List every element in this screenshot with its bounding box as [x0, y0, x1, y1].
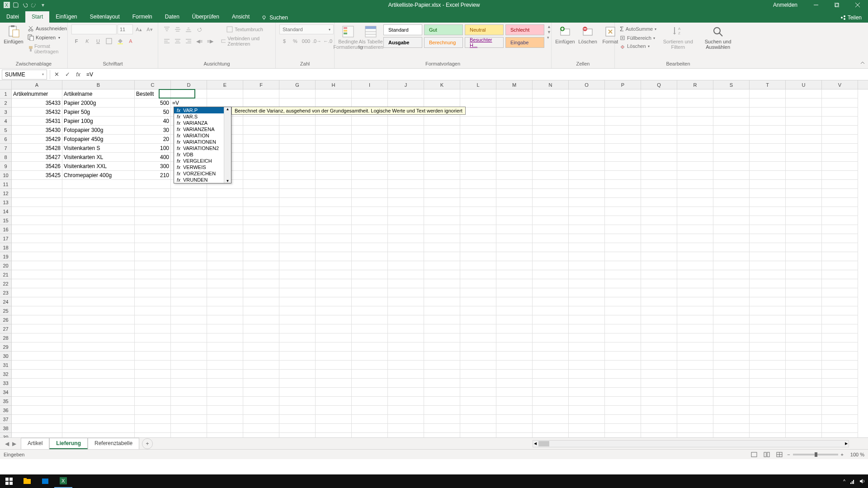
- cell[interactable]: [533, 153, 569, 162]
- cell[interactable]: [388, 343, 424, 352]
- cell[interactable]: [786, 388, 822, 397]
- cell[interactable]: [12, 207, 62, 216]
- cell[interactable]: [641, 216, 677, 225]
- cell[interactable]: [207, 424, 243, 433]
- cell[interactable]: [822, 189, 858, 198]
- row-headers[interactable]: 1234567891011121314151617181920212223242…: [0, 89, 12, 437]
- cell[interactable]: [533, 225, 569, 234]
- cell[interactable]: [171, 379, 207, 388]
- cell[interactable]: [641, 397, 677, 406]
- cell[interactable]: [460, 379, 496, 388]
- cell[interactable]: [352, 397, 388, 406]
- cell[interactable]: [352, 252, 388, 261]
- formula-input[interactable]: [84, 70, 868, 80]
- cell[interactable]: [786, 415, 822, 424]
- cell[interactable]: [677, 261, 713, 270]
- cell[interactable]: [496, 406, 533, 415]
- cell[interactable]: [243, 424, 279, 433]
- cell[interactable]: [533, 108, 569, 117]
- cell[interactable]: [641, 171, 677, 180]
- cell[interactable]: [713, 180, 750, 189]
- cell[interactable]: [279, 135, 316, 144]
- cell[interactable]: [750, 198, 786, 207]
- cell[interactable]: [316, 361, 352, 370]
- cell[interactable]: [605, 297, 641, 306]
- cell[interactable]: [243, 297, 279, 306]
- cell[interactable]: [713, 333, 750, 343]
- cell[interactable]: [496, 279, 533, 288]
- cell[interactable]: [786, 180, 822, 189]
- cell[interactable]: [62, 189, 135, 198]
- column-header[interactable]: V: [822, 80, 858, 89]
- cell[interactable]: [533, 361, 569, 370]
- cell[interactable]: [713, 216, 750, 225]
- cell[interactable]: [786, 261, 822, 270]
- cell[interactable]: [533, 397, 569, 406]
- cell[interactable]: [388, 171, 424, 180]
- cell[interactable]: [460, 361, 496, 370]
- cell[interactable]: [605, 252, 641, 261]
- cell[interactable]: [605, 207, 641, 216]
- cell[interactable]: [207, 433, 243, 437]
- cell[interactable]: [569, 207, 605, 216]
- cell[interactable]: [424, 126, 460, 135]
- cell[interactable]: [605, 243, 641, 252]
- cell[interactable]: [533, 198, 569, 207]
- cell[interactable]: [822, 361, 858, 370]
- cell[interactable]: 35429: [12, 135, 62, 144]
- cell[interactable]: [135, 297, 171, 306]
- horizontal-scrollbar[interactable]: ◀ ▶: [533, 440, 849, 447]
- cell[interactable]: [605, 361, 641, 370]
- increase-decimal-button[interactable]: .0→: [312, 36, 322, 46]
- cell[interactable]: [677, 397, 713, 406]
- cell[interactable]: [243, 162, 279, 171]
- cell[interactable]: [279, 433, 316, 437]
- cell[interactable]: [243, 207, 279, 216]
- cell[interactable]: [316, 189, 352, 198]
- cell[interactable]: [496, 180, 533, 189]
- cell[interactable]: [460, 370, 496, 379]
- cell[interactable]: [641, 370, 677, 379]
- cell[interactable]: [786, 424, 822, 433]
- cell[interactable]: [605, 306, 641, 315]
- row-header[interactable]: 14: [0, 207, 11, 216]
- cell[interactable]: [750, 306, 786, 315]
- name-box[interactable]: SUMME▾: [2, 70, 47, 80]
- cell[interactable]: [171, 406, 207, 415]
- cell[interactable]: [207, 370, 243, 379]
- share-button[interactable]: Teilen: [834, 14, 868, 23]
- cell[interactable]: [135, 180, 171, 189]
- cell[interactable]: [713, 99, 750, 108]
- cell[interactable]: [496, 234, 533, 243]
- cell[interactable]: [12, 324, 62, 333]
- cell[interactable]: [496, 216, 533, 225]
- cell[interactable]: [713, 361, 750, 370]
- cell[interactable]: [388, 117, 424, 126]
- cell[interactable]: [677, 324, 713, 333]
- cell[interactable]: [388, 433, 424, 437]
- cell[interactable]: [496, 117, 533, 126]
- column-header[interactable]: C: [135, 80, 171, 89]
- cell[interactable]: [605, 135, 641, 144]
- cell[interactable]: [388, 261, 424, 270]
- sheet-tab[interactable]: Lieferung: [49, 438, 88, 449]
- cell[interactable]: [713, 270, 750, 279]
- cell[interactable]: [279, 333, 316, 343]
- cell[interactable]: [605, 216, 641, 225]
- cell[interactable]: [569, 243, 605, 252]
- cell[interactable]: [677, 306, 713, 315]
- cell[interactable]: [533, 207, 569, 216]
- cell[interactable]: [822, 225, 858, 234]
- cell[interactable]: [533, 270, 569, 279]
- cell[interactable]: [460, 279, 496, 288]
- cell[interactable]: 35425: [12, 171, 62, 180]
- row-header[interactable]: 12: [0, 189, 11, 198]
- cell[interactable]: [279, 99, 316, 108]
- column-header[interactable]: S: [713, 80, 750, 89]
- cell[interactable]: [62, 370, 135, 379]
- font-color-button[interactable]: A: [126, 36, 136, 46]
- cell[interactable]: [641, 297, 677, 306]
- cell[interactable]: [750, 126, 786, 135]
- cell[interactable]: [641, 324, 677, 333]
- cell[interactable]: [605, 388, 641, 397]
